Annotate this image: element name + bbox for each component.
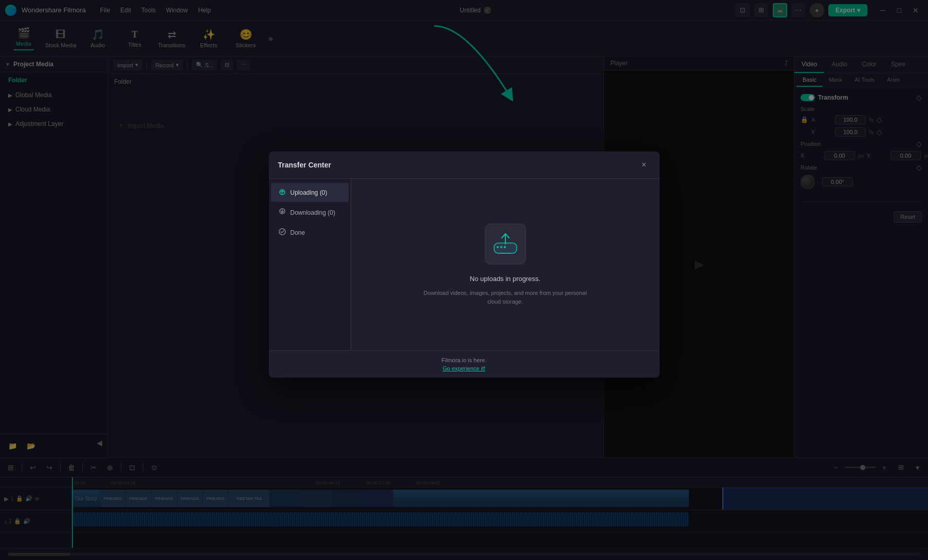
modal-sidebar: Uploading (0) Downloading (0) — [269, 179, 351, 350]
svg-point-6 — [504, 246, 506, 248]
downloading-label: Downloading (0) — [290, 209, 335, 216]
modal-no-uploads-title: No uploads in progress. — [470, 275, 540, 283]
uploading-label: Uploading (0) — [290, 189, 327, 196]
modal-main-area: No uploads in progress. Download videos,… — [351, 179, 660, 350]
download-icon — [278, 208, 286, 217]
sidebar-uploading[interactable]: Uploading (0) — [271, 183, 349, 202]
sidebar-done[interactable]: Done — [271, 223, 349, 242]
modal-header: Transfer Center × — [269, 152, 660, 179]
modal-title: Transfer Center — [278, 161, 331, 169]
modal-no-uploads-subtitle: Download videos, images, projects, and m… — [423, 289, 588, 306]
sidebar-downloading[interactable]: Downloading (0) — [271, 203, 349, 222]
upload-icon — [278, 188, 286, 197]
svg-point-4 — [497, 246, 499, 248]
transfer-center-modal: Transfer Center × Uploading (0) — [269, 152, 660, 378]
done-icon — [278, 228, 286, 237]
svg-point-5 — [500, 246, 502, 248]
filmora-link[interactable]: Go experience it! — [443, 365, 485, 371]
done-label: Done — [290, 229, 305, 236]
modal-footer: Filmora.io is here. Go experience it! — [269, 350, 660, 378]
filmora-promo-text: Filmora.io is here. — [442, 357, 486, 363]
modal-close-button[interactable]: × — [638, 159, 650, 171]
upload-cloud-visual — [485, 223, 526, 265]
modal-overlay[interactable]: Transfer Center × Uploading (0) — [0, 0, 928, 560]
modal-body: Uploading (0) Downloading (0) — [269, 179, 660, 350]
